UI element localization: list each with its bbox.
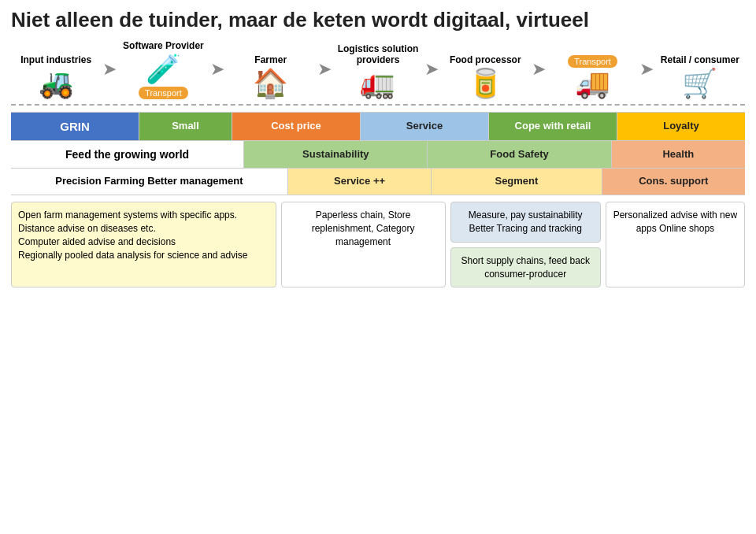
chain-icon-4: 🚛 [360, 69, 395, 98]
chain-label-3: Farmer [254, 54, 287, 65]
cell-segment: Segment [432, 169, 602, 195]
cell-sustainability: Sustainability [244, 141, 428, 168]
cell-feed-world: Feed the growing world [11, 141, 244, 168]
chain-icon-1: 🚜 [39, 69, 74, 98]
chain-software: Software Provider 🧪 Transport [118, 40, 208, 98]
chain-icon-5: 🥫 [468, 69, 503, 98]
detail-box-farm: Open farm management systems with specif… [11, 202, 276, 287]
chain-icon-6: 🚚 [575, 69, 610, 98]
transport-2: Transport [568, 55, 617, 68]
cell-grin: GRIN [11, 113, 139, 141]
chain-farmer: Farmer 🏠 [226, 54, 316, 98]
cell-precision: Precision Farming Better management [11, 169, 288, 195]
detail-box-short-supply: Short supply chains, feed back consumer-… [450, 247, 601, 288]
chain-label-2: Software Provider [123, 40, 204, 51]
chain-logistics: Logistics solution providers 🚛 [333, 43, 423, 99]
cell-cost-price: Cost price [232, 113, 361, 141]
cell-service-pp: Service ++ [288, 169, 432, 195]
chain-label-4: Logistics solution providers [333, 43, 423, 66]
detail-box-personalized: Personalized advise with new apps Online… [606, 202, 745, 287]
cell-health: Health [612, 141, 745, 168]
arrow-2: ➤ [209, 59, 226, 80]
chain-input-industries: Input industries 🚜 [11, 54, 101, 98]
detail-row: Open farm management systems with specif… [11, 202, 745, 287]
arrow-5: ➤ [530, 59, 547, 80]
chain-food-processor: Food processor 🥫 [440, 54, 530, 98]
cell-cope: Cope with retail [489, 113, 617, 141]
grid-section: GRIN Small Cost price Service Cope with … [11, 112, 745, 196]
arrow-4: ➤ [423, 59, 440, 80]
cell-food-safety: Food Safety [428, 141, 611, 168]
arrow-3: ➤ [316, 59, 333, 80]
grid-row-2: Feed the growing world Sustainability Fo… [11, 140, 745, 168]
cell-loyalty: Loyalty [617, 113, 745, 141]
page-title: Niet alleen de tuinder, maar de keten wo… [11, 8, 745, 32]
chain-row: Input industries 🚜 ➤ Software Provider 🧪… [11, 40, 745, 105]
chain-transport2: Transport 🚚 [547, 54, 637, 99]
grid-row-1: GRIN Small Cost price Service Cope with … [11, 112, 745, 141]
detail-box-paperless: Paperless chain, Store replenishment, Ca… [281, 202, 446, 287]
cell-service: Service [361, 113, 489, 141]
arrow-1: ➤ [101, 59, 118, 80]
chain-label-1: Input industries [20, 54, 91, 65]
chain-icon-3: 🏠 [253, 69, 288, 98]
grid-row-3: Precision Farming Better management Serv… [11, 168, 745, 195]
chain-label-7: Retail / consumer [661, 54, 739, 65]
arrow-6: ➤ [638, 59, 655, 80]
detail-box-right-container: Measure, pay sustainability Better Traci… [450, 202, 601, 287]
chain-icon-7: 🛒 [682, 69, 717, 98]
cell-cons-support: Cons. support [602, 169, 745, 195]
chain-label-5: Food processor [450, 54, 521, 65]
chain-icon-2: 🧪 [146, 55, 181, 83]
transport-1: Transport [139, 87, 188, 99]
detail-box-measure: Measure, pay sustainability Better Traci… [450, 202, 601, 243]
cell-small: Small [139, 113, 232, 141]
chain-retail: Retail / consumer 🛒 [655, 54, 745, 98]
